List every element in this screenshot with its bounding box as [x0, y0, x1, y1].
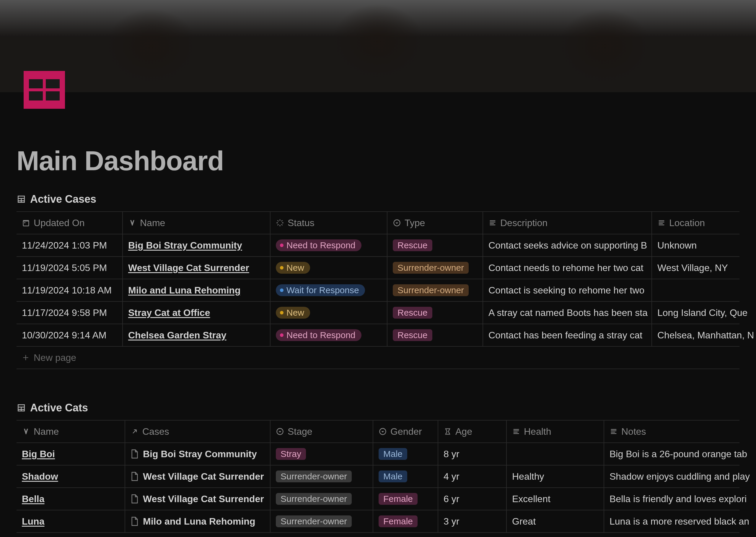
table-row[interactable]: Big BoiBig Boi Stray CommunityStrayMale8… — [17, 443, 739, 466]
text-icon — [488, 219, 497, 227]
cell-name[interactable]: Milo and Luna Rehoming — [123, 279, 271, 301]
select-icon — [393, 219, 401, 227]
cell-updated[interactable]: 11/19/2024 5:05 PM — [17, 257, 123, 279]
cell-location[interactable]: West Village, NY — [652, 257, 756, 279]
cell-name[interactable]: Stray Cat at Office — [123, 302, 271, 324]
cell-description[interactable]: Contact seeks advice on supporting B — [483, 234, 652, 256]
col-age[interactable]: Age — [438, 421, 507, 442]
page-icon[interactable] — [24, 71, 65, 109]
cell-age[interactable]: 6 yr — [438, 488, 507, 510]
cell-gender[interactable]: Male — [373, 443, 438, 465]
relation-icon — [131, 427, 139, 435]
col-stage[interactable]: Stage — [271, 421, 373, 442]
col-location[interactable]: Location — [652, 212, 756, 234]
cell-gender[interactable]: Female — [373, 511, 438, 532]
cell-notes[interactable]: Luna is a more reserved black an — [604, 511, 756, 532]
cell-type[interactable]: Surrender-owner — [388, 279, 483, 301]
cell-updated[interactable]: 10/30/2024 9:14 AM — [17, 324, 123, 346]
cell-name[interactable]: Big Boi — [17, 443, 125, 465]
cell-case[interactable]: West Village Cat Surrender — [125, 466, 271, 487]
cell-description[interactable]: Contact needs to rehome her two cat — [483, 257, 652, 279]
cell-status[interactable]: Wait for Response — [271, 279, 388, 301]
cell-case[interactable]: Milo and Luna Rehoming — [125, 511, 271, 532]
col-cases[interactable]: Cases — [125, 421, 271, 442]
col-name[interactable]: Name — [17, 421, 125, 442]
cell-case[interactable]: Big Boi Stray Community — [125, 443, 271, 465]
cell-age[interactable]: 4 yr — [438, 466, 507, 487]
cell-age[interactable]: 3 yr — [438, 511, 507, 532]
col-description[interactable]: Description — [483, 212, 652, 234]
cell-health[interactable]: Excellent — [507, 488, 604, 510]
table-row[interactable]: 11/19/2024 10:18 AMMilo and Luna Rehomin… — [17, 279, 739, 302]
table-row[interactable]: 11/19/2024 5:05 PMWest Village Cat Surre… — [17, 257, 739, 279]
cell-location[interactable]: Chelsea, Manhattan, N — [652, 324, 756, 346]
cell-location[interactable]: Long Island City, Que — [652, 302, 756, 324]
cell-health[interactable] — [507, 443, 604, 465]
calendar-icon — [22, 219, 30, 227]
cell-location[interactable]: Unknown — [652, 234, 756, 256]
cell-notes[interactable]: Bella is friendly and loves explori — [604, 488, 756, 510]
col-name[interactable]: Name — [123, 212, 271, 234]
cell-name[interactable]: West Village Cat Surrender — [123, 257, 271, 279]
cell-description[interactable]: Contact has been feeding a stray cat — [483, 324, 652, 346]
gender-tag: Female — [379, 493, 418, 505]
cell-status[interactable]: Need to Respond — [271, 324, 388, 346]
cell-type[interactable]: Rescue — [388, 324, 483, 346]
plus-icon — [22, 354, 29, 361]
table-icon — [17, 403, 26, 413]
select-icon — [379, 427, 387, 435]
cell-type[interactable]: Rescue — [388, 302, 483, 324]
col-type[interactable]: Type — [388, 212, 483, 234]
cell-age[interactable]: 8 yr — [438, 443, 507, 465]
status-icon — [276, 219, 284, 227]
cell-updated[interactable]: 11/19/2024 10:18 AM — [17, 279, 123, 301]
table-row[interactable]: 11/17/2024 9:58 PMStray Cat at OfficeNew… — [17, 302, 739, 324]
cell-stage[interactable]: Surrender-owner — [271, 466, 373, 487]
page-title[interactable]: Main Dashboard — [17, 145, 739, 177]
table-header-row: Name Cases Stage Gender Age Health — [17, 421, 739, 443]
cell-updated[interactable]: 11/24/2024 1:03 PM — [17, 234, 123, 256]
cell-notes[interactable]: Big Boi is a 26-pound orange tab — [604, 443, 756, 465]
cell-type[interactable]: Rescue — [388, 234, 483, 256]
cell-name[interactable]: Chelsea Garden Stray — [123, 324, 271, 346]
status-pill: Need to Respond — [276, 329, 361, 341]
type-tag: Rescue — [393, 329, 432, 341]
table-row[interactable]: 10/30/2024 9:14 AMChelsea Garden StrayNe… — [17, 324, 739, 347]
cell-case[interactable]: West Village Cat Surrender — [125, 488, 271, 510]
cell-location[interactable] — [652, 279, 756, 301]
table-row[interactable]: 11/24/2024 1:03 PMBig Boi Stray Communit… — [17, 234, 739, 257]
table-row[interactable]: BellaWest Village Cat SurrenderSurrender… — [17, 488, 739, 511]
table-row[interactable]: LunaMilo and Luna RehomingSurrender-owne… — [17, 511, 739, 533]
cell-health[interactable]: Healthy — [507, 466, 604, 487]
col-notes[interactable]: Notes — [604, 421, 756, 442]
cell-gender[interactable]: Female — [373, 488, 438, 510]
gender-tag: Female — [379, 516, 418, 527]
new-page-button[interactable]: New page — [17, 347, 739, 369]
cell-name[interactable]: Bella — [17, 488, 125, 510]
cell-health[interactable]: Great — [507, 511, 604, 532]
cell-updated[interactable]: 11/17/2024 9:58 PM — [17, 302, 123, 324]
view-tab-active-cases[interactable]: Active Cases — [17, 193, 739, 205]
cell-gender[interactable]: Male — [373, 466, 438, 487]
col-health[interactable]: Health — [507, 421, 604, 442]
col-gender[interactable]: Gender — [373, 421, 438, 442]
cell-stage[interactable]: Surrender-owner — [271, 511, 373, 532]
col-updated-on[interactable]: Updated On — [17, 212, 123, 234]
cell-description[interactable]: Contact is seeking to rehome her two — [483, 279, 652, 301]
col-status[interactable]: Status — [271, 212, 388, 234]
cell-status[interactable]: Need to Respond — [271, 234, 388, 256]
cell-name[interactable]: Big Boi Stray Community — [123, 234, 271, 256]
cell-type[interactable]: Surrender-owner — [388, 257, 483, 279]
title-icon — [128, 219, 136, 227]
view-tab-active-cats[interactable]: Active Cats — [17, 402, 739, 414]
cell-status[interactable]: New — [271, 257, 388, 279]
cell-notes[interactable]: Shadow enjoys cuddling and play — [604, 466, 756, 487]
cell-stage[interactable]: Stray — [271, 443, 373, 465]
cell-description[interactable]: A stray cat named Boots has been sta — [483, 302, 652, 324]
cell-name[interactable]: Shadow — [17, 466, 125, 487]
cell-stage[interactable]: Surrender-owner — [271, 488, 373, 510]
cell-name[interactable]: Luna — [17, 511, 125, 532]
cell-status[interactable]: New — [271, 302, 388, 324]
type-tag: Rescue — [393, 307, 432, 318]
table-row[interactable]: ShadowWest Village Cat SurrenderSurrende… — [17, 466, 739, 488]
